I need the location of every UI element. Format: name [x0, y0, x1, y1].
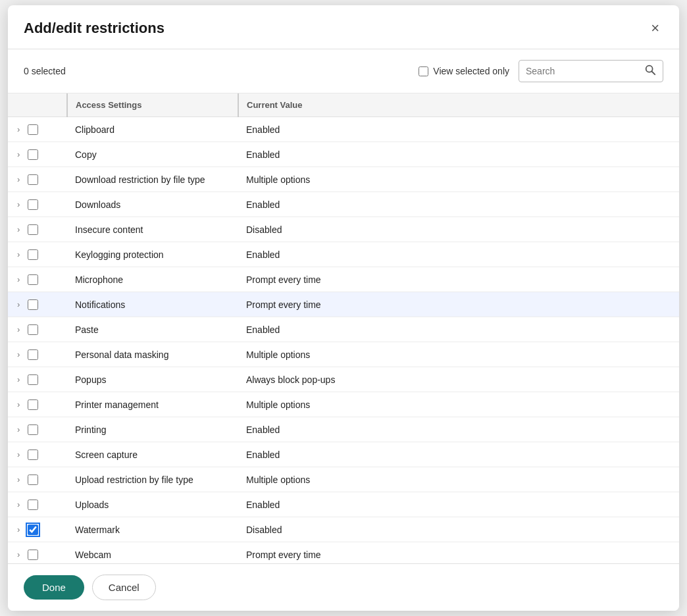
- search-input[interactable]: [526, 66, 640, 76]
- chevron-expand-button[interactable]: ›: [16, 474, 21, 485]
- table-row: ›Screen captureEnabled: [8, 442, 679, 467]
- row-controls: ›: [16, 124, 59, 135]
- row-current-value: Disabled: [238, 517, 679, 542]
- row-select-checkbox[interactable]: [28, 274, 38, 285]
- row-select-checkbox[interactable]: [28, 174, 38, 185]
- row-access-setting: Screen capture: [67, 442, 238, 467]
- row-select-checkbox[interactable]: [28, 324, 38, 335]
- chevron-expand-button[interactable]: ›: [16, 199, 21, 210]
- row-controls: ›: [16, 549, 59, 560]
- chevron-expand-button[interactable]: ›: [16, 449, 21, 460]
- row-select-checkbox[interactable]: [28, 299, 38, 310]
- row-controls: ›: [16, 524, 59, 535]
- row-select-checkbox[interactable]: [28, 424, 38, 435]
- row-controls: ›: [16, 374, 59, 385]
- table-row: ›ClipboardEnabled: [8, 117, 679, 142]
- chevron-expand-button[interactable]: ›: [16, 349, 21, 360]
- row-controls: ›: [16, 249, 59, 260]
- chevron-expand-button[interactable]: ›: [16, 524, 21, 535]
- row-current-value: Enabled: [238, 142, 679, 167]
- row-controls: ›: [16, 474, 59, 485]
- row-current-value: Enabled: [238, 317, 679, 342]
- row-controls: ›: [16, 199, 59, 210]
- search-icon: [644, 64, 656, 78]
- chevron-expand-button[interactable]: ›: [16, 274, 21, 285]
- row-select-checkbox[interactable]: [28, 249, 38, 260]
- chevron-expand-button[interactable]: ›: [16, 149, 21, 160]
- row-select-checkbox[interactable]: [28, 550, 38, 560]
- col-current-value: Current Value: [238, 93, 679, 117]
- row-current-value: Multiple options: [238, 167, 679, 192]
- row-access-setting: Watermark: [67, 517, 238, 542]
- row-access-setting: Clipboard: [67, 117, 238, 142]
- row-access-setting: Copy: [67, 142, 238, 167]
- chevron-expand-button[interactable]: ›: [16, 174, 21, 185]
- row-controls-cell: ›: [8, 142, 67, 167]
- row-access-setting: Webcam: [67, 542, 238, 564]
- view-selected-label[interactable]: View selected only: [419, 66, 509, 76]
- table-row: ›Printer managementMultiple options: [8, 392, 679, 417]
- row-controls-cell: ›: [8, 367, 67, 392]
- table-row: ›WatermarkDisabled: [8, 517, 679, 542]
- chevron-expand-button[interactable]: ›: [16, 299, 21, 310]
- row-access-setting: Personal data masking: [67, 342, 238, 367]
- row-access-setting: Download restriction by file type: [67, 167, 238, 192]
- selected-count: 0 selected: [24, 66, 66, 76]
- row-controls-cell: ›: [8, 317, 67, 342]
- row-select-checkbox[interactable]: [28, 224, 38, 235]
- chevron-expand-button[interactable]: ›: [16, 399, 21, 410]
- row-controls-cell: ›: [8, 267, 67, 292]
- table-row: ›Upload restriction by file typeMultiple…: [8, 467, 679, 492]
- row-access-setting: Paste: [67, 317, 238, 342]
- row-controls: ›: [16, 274, 59, 285]
- row-controls-cell: ›: [8, 167, 67, 192]
- row-controls: ›: [16, 174, 59, 185]
- row-access-setting: Notifications: [67, 292, 238, 317]
- row-select-checkbox[interactable]: [28, 149, 38, 160]
- row-current-value: Always block pop-ups: [238, 367, 679, 392]
- row-controls: ›: [16, 149, 59, 160]
- row-select-checkbox[interactable]: [28, 374, 38, 385]
- search-box: [519, 60, 663, 82]
- row-controls: ›: [16, 499, 59, 510]
- row-select-checkbox[interactable]: [28, 199, 38, 210]
- row-current-value: Enabled: [238, 492, 679, 517]
- done-button[interactable]: Done: [24, 575, 84, 600]
- table-row: ›DownloadsEnabled: [8, 192, 679, 217]
- chevron-expand-button[interactable]: ›: [16, 224, 21, 235]
- row-access-setting: Upload restriction by file type: [67, 467, 238, 492]
- row-controls-cell: ›: [8, 467, 67, 492]
- row-controls: ›: [16, 449, 59, 460]
- row-select-checkbox[interactable]: [28, 399, 38, 410]
- chevron-expand-button[interactable]: ›: [16, 249, 21, 260]
- close-button[interactable]: ×: [647, 20, 663, 37]
- table-row: ›Insecure contentDisabled: [8, 217, 679, 242]
- table-row: ›Personal data maskingMultiple options: [8, 342, 679, 367]
- row-current-value: Disabled: [238, 217, 679, 242]
- row-access-setting: Printer management: [67, 392, 238, 417]
- row-select-checkbox[interactable]: [28, 525, 38, 535]
- toolbar-right: View selected only: [419, 60, 663, 82]
- chevron-expand-button[interactable]: ›: [16, 124, 21, 135]
- chevron-expand-button[interactable]: ›: [16, 374, 21, 385]
- col-access-settings: Access Settings: [67, 93, 238, 117]
- row-select-checkbox[interactable]: [28, 449, 38, 460]
- cancel-button[interactable]: Cancel: [92, 575, 156, 600]
- row-select-checkbox[interactable]: [28, 475, 38, 485]
- row-select-checkbox[interactable]: [28, 500, 38, 510]
- row-controls-cell: ›: [8, 542, 67, 564]
- row-controls-cell: ›: [8, 117, 67, 142]
- row-controls-cell: ›: [8, 242, 67, 267]
- row-current-value: Enabled: [238, 117, 679, 142]
- chevron-expand-button[interactable]: ›: [16, 499, 21, 510]
- row-select-checkbox[interactable]: [28, 349, 38, 360]
- chevron-expand-button[interactable]: ›: [16, 424, 21, 435]
- chevron-expand-button[interactable]: ›: [16, 324, 21, 335]
- row-select-checkbox[interactable]: [28, 124, 38, 135]
- table-header-row: Access Settings Current Value: [8, 93, 679, 117]
- row-current-value: Enabled: [238, 192, 679, 217]
- chevron-expand-button[interactable]: ›: [16, 549, 21, 560]
- row-current-value: Prompt every time: [238, 292, 679, 317]
- view-selected-checkbox[interactable]: [419, 66, 428, 76]
- row-access-setting: Uploads: [67, 492, 238, 517]
